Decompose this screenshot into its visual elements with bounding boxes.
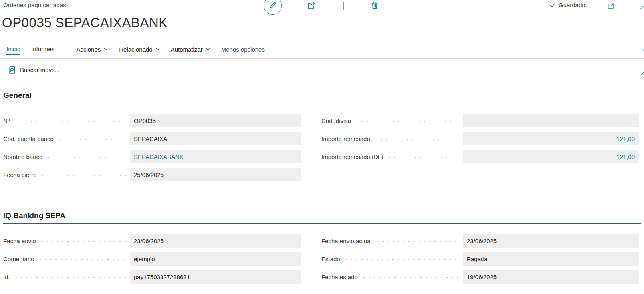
- share-button[interactable]: [306, 0, 317, 12]
- field-input-estado[interactable]: Pagada: [463, 252, 639, 266]
- field-label-fecha-envio-actual: Fecha envio actual: [321, 238, 372, 244]
- menu-acciones[interactable]: Acciones: [76, 46, 108, 54]
- clipped-icon[interactable]: [640, 2, 644, 10]
- field-row-estado: EstadoPagada: [321, 252, 639, 266]
- dotted-leader: [13, 121, 126, 122]
- tab-inicio[interactable]: Inicio: [6, 44, 20, 56]
- field-value-fecha-estado: 19/06/2025: [467, 274, 497, 280]
- menu-menos-opciones[interactable]: Menos opciones: [221, 46, 265, 54]
- tab-informes[interactable]: Informes: [31, 44, 54, 56]
- field-column: Fecha envio23/06/2025ComentarioejemploId…: [3, 234, 301, 288]
- field-row-fecha-envio-actual: Fecha envio actual23/06/2025: [321, 234, 639, 248]
- field-input-id[interactable]: pay17503327238631: [130, 270, 301, 284]
- field-column: Fecha envio actual23/06/2025EstadoPagada…: [321, 234, 639, 288]
- field-row-fecha-envio: Fecha envio23/06/2025: [3, 234, 301, 248]
- dotted-leader: [387, 157, 459, 158]
- field-label-c-d-divisa: Cód. divisa: [321, 117, 351, 124]
- field-input-nombre-banco[interactable]: SEPACAIXABANK: [130, 150, 301, 163]
- field-input-n[interactable]: OP0035: [130, 114, 301, 127]
- save-status: Guardado: [549, 2, 585, 8]
- field-input-importe-remesado[interactable]: 121,00: [463, 132, 639, 145]
- menu-automatizar-label: Automatizar: [171, 46, 203, 53]
- buscar-movs-action[interactable]: Buscar movs...: [7, 65, 59, 74]
- section-header-iq-banking-sepa[interactable]: IQ Banking SEPA: [3, 211, 641, 224]
- section-iq-banking-sepa: IQ Banking SEPAFecha envio23/06/2025Come…: [3, 211, 641, 288]
- open-in-new-window-button[interactable]: [606, 1, 616, 11]
- breadcrumb[interactable]: Ordenes pago cerradas: [3, 2, 66, 8]
- card-content: GeneralNºOP0035Cód. cuenta bancoSEPACAIX…: [0, 81, 644, 288]
- section-header-general[interactable]: General: [3, 91, 641, 103]
- menu-divider: [65, 44, 65, 54]
- field-input-fecha-envio[interactable]: 23/06/2025: [130, 234, 301, 248]
- field-label-importe-remesado-dl: Importe remesado (DL): [321, 153, 383, 160]
- plus-icon: [338, 1, 349, 11]
- field-value-comentario: ejemplo: [134, 256, 155, 262]
- dotted-leader: [40, 175, 126, 176]
- dotted-leader: [374, 139, 459, 140]
- field-value-importe-remesado-dl: 121,00: [467, 153, 635, 160]
- section-general: GeneralNºOP0035Cód. cuenta bancoSEPACAIX…: [3, 91, 641, 186]
- menu-relacionado[interactable]: Relacionado: [119, 46, 160, 54]
- field-row-nombre-banco: Nombre bancoSEPACAIXABANK: [3, 150, 301, 163]
- menu-automatizar[interactable]: Automatizar: [171, 46, 210, 54]
- edit-button[interactable]: [264, 0, 282, 15]
- field-value-estado: Pagada: [467, 256, 487, 262]
- top-bar: Ordenes pago cerradas: [0, 0, 644, 14]
- chevron-down-icon: [206, 47, 210, 52]
- field-label-c-d-cuenta-banco: Cód. cuenta banco: [3, 135, 54, 142]
- field-input-c-d-cuenta-banco[interactable]: SEPACAIXA: [130, 132, 301, 145]
- field-label-nombre-banco: Nombre banco: [3, 153, 42, 160]
- chevron-down-icon: [103, 47, 108, 52]
- delete-button[interactable]: [369, 0, 380, 11]
- field-value-id: pay17503327238631: [134, 274, 190, 280]
- field-input-comentario[interactable]: ejemplo: [130, 252, 301, 266]
- open-in-new-window-icon: [607, 2, 616, 10]
- field-label-n: Nº: [3, 117, 10, 124]
- field-row-c-d-divisa: Cód. divisa: [321, 114, 639, 127]
- clipped-icon[interactable]: [641, 46, 644, 54]
- field-input-fecha-envio-actual[interactable]: 23/06/2025: [463, 234, 639, 248]
- menu-bar: Inicio Informes Acciones Relacionado Aut…: [0, 42, 644, 59]
- dotted-leader: [38, 259, 126, 260]
- field-input-c-d-divisa[interactable]: [463, 114, 639, 127]
- field-value-nombre-banco[interactable]: SEPACAIXABANK: [134, 153, 184, 160]
- page: Ordenes pago cerradas: [0, 0, 644, 294]
- field-label-fecha-estado: Fecha estado: [321, 274, 358, 280]
- field-label-id: Id.: [3, 274, 10, 280]
- field-row-comentario: Comentarioejemplo: [3, 252, 301, 266]
- field-row-fecha-cierre: Fecha cierre25/06/2025: [3, 168, 301, 181]
- field-input-importe-remesado-dl[interactable]: 121,00: [463, 150, 639, 163]
- dotted-leader: [46, 157, 126, 158]
- field-column: NºOP0035Cód. cuenta bancoSEPACAIXANombre…: [3, 114, 301, 186]
- field-label-fecha-cierre: Fecha cierre: [3, 171, 36, 178]
- field-label-fecha-envio: Fecha envio: [3, 238, 36, 244]
- field-row-importe-remesado-dl: Importe remesado (DL)121,00: [321, 150, 639, 163]
- field-input-fecha-cierre[interactable]: 25/06/2025: [130, 168, 301, 181]
- dotted-leader: [57, 139, 126, 140]
- save-status-label: Guardado: [559, 2, 585, 8]
- chevron-down-icon: [155, 47, 160, 52]
- field-column: Cód. divisaImporte remesado121,00Importe…: [321, 114, 639, 186]
- field-value-n: OP0035: [134, 117, 156, 124]
- field-row-fecha-estado: Fecha estado19/06/2025: [321, 270, 639, 284]
- new-button[interactable]: [337, 0, 349, 12]
- field-row-id: Id.pay17503327238631: [3, 270, 301, 284]
- trash-icon: [370, 1, 379, 10]
- record-actions: [264, 0, 380, 15]
- field-input-fecha-estado[interactable]: 19/06/2025: [463, 270, 639, 284]
- field-value-fecha-cierre: 25/06/2025: [134, 171, 164, 178]
- menu-acciones-label: Acciones: [76, 46, 101, 53]
- field-row-n: NºOP0035: [3, 114, 301, 127]
- clipped-icon[interactable]: [641, 68, 644, 75]
- action-bar: Buscar movs...: [0, 59, 644, 81]
- field-row-c-d-cuenta-banco: Cód. cuenta bancoSEPACAIXA: [3, 132, 301, 145]
- field-label-estado: Estado: [321, 256, 340, 262]
- field-value-fecha-envio: 23/06/2025: [134, 238, 164, 244]
- menu-relacionado-label: Relacionado: [119, 46, 152, 53]
- pencil-icon: [268, 1, 277, 10]
- dotted-leader: [355, 121, 459, 122]
- field-value-importe-remesado: 121,00: [467, 135, 635, 142]
- field-label-importe-remesado: Importe remesado: [321, 135, 370, 142]
- field-row-importe-remesado: Importe remesado121,00: [321, 132, 639, 145]
- dotted-leader: [344, 259, 459, 260]
